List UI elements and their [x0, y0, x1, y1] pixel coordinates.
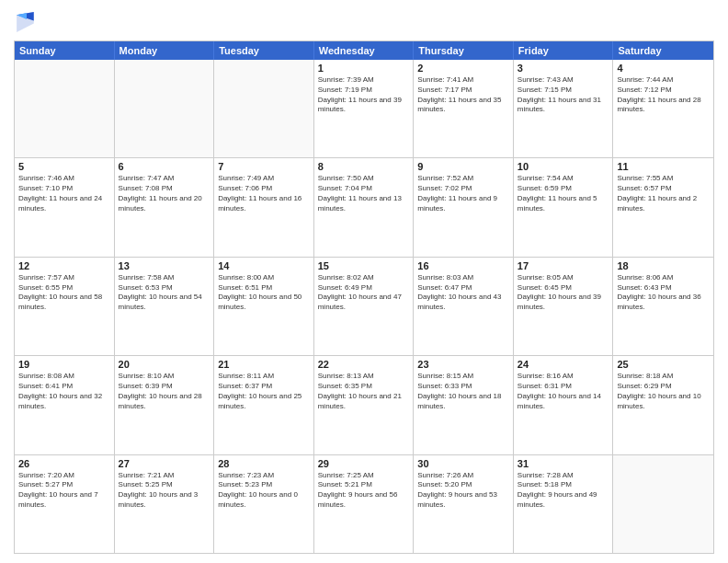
sunset-text: Sunset: 5:18 PM — [518, 480, 609, 490]
calendar-cell: 29Sunrise: 7:25 AMSunset: 5:21 PMDayligh… — [314, 455, 415, 553]
cal-header-day: Tuesday — [214, 41, 314, 60]
daylight-text: Daylight: 10 hours and 43 minutes. — [417, 293, 509, 313]
day-number: 30 — [417, 458, 509, 469]
calendar-cell: 20Sunrise: 8:10 AMSunset: 6:39 PMDayligh… — [115, 356, 215, 454]
day-number: 3 — [518, 63, 609, 74]
day-number: 8 — [318, 161, 410, 172]
header — [14, 9, 714, 35]
daylight-text: Daylight: 10 hours and 18 minutes. — [417, 392, 509, 412]
calendar-cell: 6Sunrise: 7:47 AMSunset: 7:08 PMDaylight… — [115, 158, 215, 256]
sunrise-text: Sunrise: 8:02 AM — [318, 273, 410, 283]
day-number: 9 — [417, 161, 509, 172]
daylight-text: Daylight: 10 hours and 14 minutes. — [518, 392, 609, 412]
sunset-text: Sunset: 7:12 PM — [617, 86, 710, 96]
calendar: SundayMondayTuesdayWednesdayThursdayFrid… — [14, 40, 714, 554]
day-number: 29 — [318, 458, 410, 469]
calendar-cell: 23Sunrise: 8:15 AMSunset: 6:33 PMDayligh… — [414, 356, 514, 454]
calendar-row: 5Sunrise: 7:46 AMSunset: 7:10 PMDaylight… — [15, 158, 713, 257]
sunset-text: Sunset: 5:20 PM — [417, 480, 509, 490]
sunset-text: Sunset: 6:45 PM — [518, 283, 609, 293]
sunrise-text: Sunrise: 7:52 AM — [417, 174, 509, 184]
sunset-text: Sunset: 6:49 PM — [318, 283, 410, 293]
day-number: 22 — [318, 359, 410, 370]
sunrise-text: Sunrise: 7:21 AM — [119, 471, 210, 481]
day-number: 12 — [18, 260, 110, 271]
day-number: 26 — [18, 458, 110, 469]
calendar-row: 12Sunrise: 7:57 AMSunset: 6:55 PMDayligh… — [15, 258, 713, 356]
calendar-cell: 8Sunrise: 7:50 AMSunset: 7:04 PMDaylight… — [314, 158, 415, 256]
cal-header-day: Friday — [514, 41, 614, 60]
sunrise-text: Sunrise: 7:28 AM — [518, 471, 609, 481]
calendar-cell — [214, 60, 314, 157]
day-number: 14 — [218, 260, 310, 271]
calendar-cell: 21Sunrise: 8:11 AMSunset: 6:37 PMDayligh… — [214, 356, 314, 454]
page: SundayMondayTuesdayWednesdayThursdayFrid… — [0, 0, 728, 563]
day-number: 24 — [518, 359, 609, 370]
sunset-text: Sunset: 7:08 PM — [119, 184, 210, 194]
sunrise-text: Sunrise: 8:05 AM — [518, 273, 609, 283]
sunrise-text: Sunrise: 7:50 AM — [318, 174, 410, 184]
cal-header-day: Wednesday — [314, 41, 415, 60]
day-number: 25 — [617, 359, 710, 370]
calendar-cell: 17Sunrise: 8:05 AMSunset: 6:45 PMDayligh… — [514, 258, 614, 355]
sunrise-text: Sunrise: 7:41 AM — [417, 75, 509, 86]
sunset-text: Sunset: 6:37 PM — [218, 382, 310, 392]
sunrise-text: Sunrise: 7:57 AM — [18, 273, 110, 283]
sunrise-text: Sunrise: 7:46 AM — [18, 174, 110, 184]
daylight-text: Daylight: 10 hours and 54 minutes. — [119, 293, 210, 313]
sunrise-text: Sunrise: 7:55 AM — [617, 174, 710, 184]
daylight-text: Daylight: 11 hours and 35 minutes. — [417, 96, 509, 116]
day-number: 27 — [119, 458, 210, 469]
calendar-cell: 9Sunrise: 7:52 AMSunset: 7:02 PMDaylight… — [414, 158, 514, 256]
calendar-cell: 5Sunrise: 7:46 AMSunset: 7:10 PMDaylight… — [15, 158, 115, 256]
sunset-text: Sunset: 5:23 PM — [218, 480, 310, 490]
sunset-text: Sunset: 6:53 PM — [119, 283, 210, 293]
calendar-row: 26Sunrise: 7:20 AMSunset: 5:27 PMDayligh… — [15, 455, 713, 553]
sunrise-text: Sunrise: 7:54 AM — [518, 174, 609, 184]
sunrise-text: Sunrise: 7:26 AM — [417, 471, 509, 481]
day-number: 20 — [119, 359, 210, 370]
sunrise-text: Sunrise: 8:03 AM — [417, 273, 509, 283]
daylight-text: Daylight: 11 hours and 28 minutes. — [617, 96, 710, 116]
sunset-text: Sunset: 7:10 PM — [18, 184, 110, 194]
cal-header-day: Sunday — [15, 41, 115, 60]
calendar-cell: 2Sunrise: 7:41 AMSunset: 7:17 PMDaylight… — [414, 60, 514, 157]
sunset-text: Sunset: 6:31 PM — [518, 382, 609, 392]
sunrise-text: Sunrise: 7:43 AM — [518, 75, 609, 86]
calendar-cell: 11Sunrise: 7:55 AMSunset: 6:57 PMDayligh… — [613, 158, 713, 256]
sunrise-text: Sunrise: 7:49 AM — [218, 174, 310, 184]
daylight-text: Daylight: 9 hours and 53 minutes. — [417, 490, 509, 511]
sunrise-text: Sunrise: 7:58 AM — [119, 273, 210, 283]
sunset-text: Sunset: 7:02 PM — [417, 184, 509, 194]
day-number: 13 — [119, 260, 210, 271]
daylight-text: Daylight: 10 hours and 10 minutes. — [617, 392, 710, 412]
daylight-text: Daylight: 10 hours and 3 minutes. — [119, 490, 210, 511]
calendar-cell: 31Sunrise: 7:28 AMSunset: 5:18 PMDayligh… — [514, 455, 614, 553]
sunset-text: Sunset: 6:39 PM — [119, 382, 210, 392]
calendar-cell: 22Sunrise: 8:13 AMSunset: 6:35 PMDayligh… — [314, 356, 415, 454]
sunrise-text: Sunrise: 8:18 AM — [617, 372, 710, 382]
sunset-text: Sunset: 6:33 PM — [417, 382, 509, 392]
calendar-header: SundayMondayTuesdayWednesdayThursdayFrid… — [15, 41, 713, 60]
sunset-text: Sunset: 6:43 PM — [617, 283, 710, 293]
calendar-cell: 25Sunrise: 8:18 AMSunset: 6:29 PMDayligh… — [613, 356, 713, 454]
calendar-cell: 30Sunrise: 7:26 AMSunset: 5:20 PMDayligh… — [414, 455, 514, 553]
sunrise-text: Sunrise: 8:06 AM — [617, 273, 710, 283]
daylight-text: Daylight: 11 hours and 16 minutes. — [218, 194, 310, 214]
sunset-text: Sunset: 6:59 PM — [518, 184, 609, 194]
sunset-text: Sunset: 6:29 PM — [617, 382, 710, 392]
day-number: 31 — [518, 458, 609, 469]
day-number: 15 — [318, 260, 410, 271]
sunset-text: Sunset: 6:47 PM — [417, 283, 509, 293]
sunrise-text: Sunrise: 8:16 AM — [518, 372, 609, 382]
day-number: 1 — [318, 63, 410, 74]
calendar-cell: 28Sunrise: 7:23 AMSunset: 5:23 PMDayligh… — [214, 455, 314, 553]
sunset-text: Sunset: 5:21 PM — [318, 480, 410, 490]
daylight-text: Daylight: 10 hours and 47 minutes. — [318, 293, 410, 313]
sunrise-text: Sunrise: 8:15 AM — [417, 372, 509, 382]
day-number: 28 — [218, 458, 310, 469]
calendar-row: 19Sunrise: 8:08 AMSunset: 6:41 PMDayligh… — [15, 356, 713, 454]
day-number: 21 — [218, 359, 310, 370]
calendar-cell: 15Sunrise: 8:02 AMSunset: 6:49 PMDayligh… — [314, 258, 415, 355]
calendar-cell: 13Sunrise: 7:58 AMSunset: 6:53 PMDayligh… — [115, 258, 215, 355]
